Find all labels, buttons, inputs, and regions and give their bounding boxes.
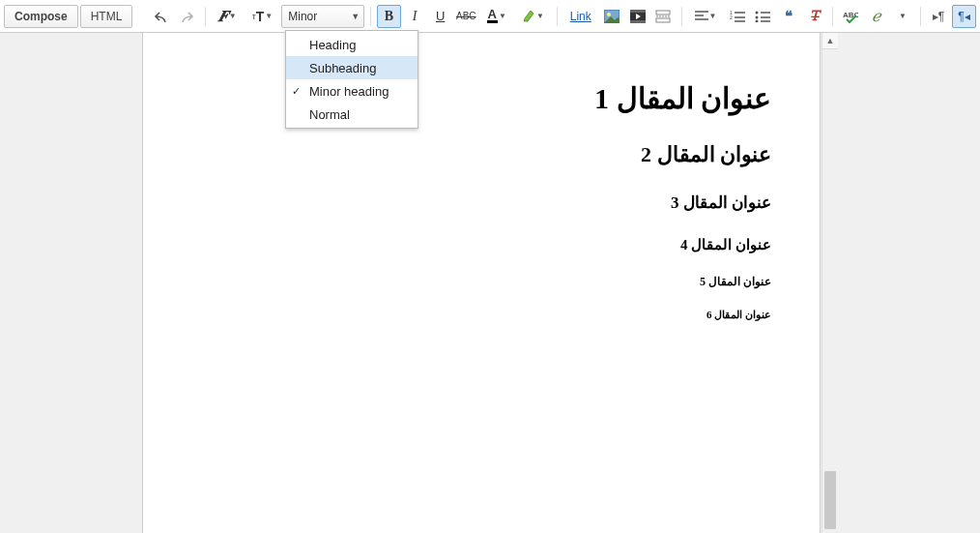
spellcheck-button[interactable]: ABC bbox=[839, 5, 863, 28]
document-line[interactable]: عنوان المقال 6 bbox=[191, 309, 771, 321]
menu-item-label: Heading bbox=[309, 38, 356, 52]
editor-area: عنوان المقال 1عنوان المقال 2عنوان المقال… bbox=[0, 33, 980, 533]
bullet-list-button[interactable] bbox=[751, 5, 775, 28]
menu-item-label: Minor heading bbox=[309, 84, 389, 99]
ltr-button[interactable]: ▸¶ bbox=[927, 5, 951, 28]
svg-text:2: 2 bbox=[730, 15, 733, 20]
remove-format-button[interactable]: T̶ bbox=[802, 5, 826, 28]
svg-point-20 bbox=[756, 15, 759, 18]
chevron-down-icon: ▼ bbox=[899, 12, 907, 20]
html-button[interactable]: HTML bbox=[80, 5, 133, 28]
heading-menu-item[interactable]: Subheading bbox=[286, 56, 418, 79]
separator bbox=[920, 7, 921, 26]
text-color-button[interactable]: A▼ bbox=[480, 5, 513, 28]
highlighter-icon bbox=[522, 10, 535, 23]
highlight-color-button[interactable]: ▼ bbox=[515, 5, 551, 28]
svg-point-21 bbox=[756, 19, 759, 22]
insert-video-button[interactable] bbox=[625, 5, 649, 28]
heading-menu-item[interactable]: Normal bbox=[286, 103, 418, 126]
redo-icon bbox=[180, 11, 194, 22]
svg-rect-6 bbox=[630, 20, 646, 23]
separator bbox=[205, 7, 206, 26]
undo-icon bbox=[154, 11, 168, 22]
insert-jump-button[interactable] bbox=[651, 5, 676, 28]
document-line[interactable]: عنوان المقال 4 bbox=[191, 236, 771, 253]
scroll-track[interactable] bbox=[822, 49, 838, 533]
heading-menu-item[interactable]: Heading bbox=[286, 33, 418, 56]
heading-dropdown-menu: HeadingSubheading✓Minor headingNormal bbox=[285, 30, 418, 129]
jump-break-icon bbox=[655, 10, 671, 23]
strikethrough-button[interactable]: ABC bbox=[454, 5, 478, 28]
ltr-icon: ▸¶ bbox=[933, 10, 944, 23]
rtl-icon: ¶◂ bbox=[958, 10, 969, 23]
quote-icon: ❝ bbox=[785, 8, 793, 25]
document-page[interactable]: عنوان المقال 1عنوان المقال 2عنوان المقال… bbox=[142, 33, 821, 533]
transliteration-icon: ℯ bbox=[872, 7, 880, 25]
menu-item-label: Normal bbox=[309, 107, 350, 122]
svg-point-19 bbox=[756, 11, 759, 14]
undo-button[interactable] bbox=[150, 5, 174, 28]
insert-image-button[interactable] bbox=[600, 5, 624, 28]
font-size-button[interactable]: тT▼ bbox=[245, 5, 280, 28]
menu-item-label: Subheading bbox=[309, 61, 376, 75]
heading-menu-item[interactable]: ✓Minor heading bbox=[286, 79, 418, 103]
rtl-button[interactable]: ¶◂ bbox=[952, 5, 976, 28]
image-icon bbox=[604, 10, 620, 23]
document-line[interactable]: عنوان المقال 3 bbox=[191, 192, 771, 213]
svg-rect-9 bbox=[656, 18, 670, 22]
align-icon bbox=[695, 11, 708, 22]
alignment-button[interactable]: ▼ bbox=[688, 5, 724, 28]
scroll-up-arrow[interactable]: ▲ bbox=[822, 33, 838, 49]
document-line[interactable]: عنوان المقال 1 bbox=[191, 81, 771, 115]
document-line[interactable]: عنوان المقال 2 bbox=[191, 142, 771, 167]
svg-rect-5 bbox=[630, 10, 646, 13]
separator bbox=[557, 7, 558, 26]
check-icon: ✓ bbox=[292, 85, 301, 98]
numbered-list-button[interactable]: 12 bbox=[725, 5, 749, 28]
heading-dropdown-value: Minor bbox=[288, 10, 317, 23]
bullet-list-icon bbox=[755, 11, 770, 22]
transliteration-button[interactable]: ℯ bbox=[864, 5, 888, 28]
italic-button[interactable]: I bbox=[403, 5, 427, 28]
separator bbox=[832, 7, 833, 26]
video-icon bbox=[630, 10, 646, 23]
redo-button[interactable] bbox=[175, 5, 199, 28]
svg-marker-0 bbox=[524, 11, 533, 21]
separator bbox=[370, 7, 371, 26]
svg-text:ABC: ABC bbox=[843, 11, 858, 19]
numbered-list-icon: 12 bbox=[730, 11, 745, 22]
scroll-thumb[interactable] bbox=[824, 471, 836, 529]
document-line[interactable]: عنوان المقال 5 bbox=[191, 275, 771, 289]
chevron-down-icon: ▼ bbox=[351, 12, 360, 21]
font-family-button[interactable]: 𝑭▼ bbox=[212, 5, 244, 28]
bold-button[interactable]: B bbox=[377, 5, 401, 28]
heading-dropdown[interactable]: Minor ▼ bbox=[281, 5, 364, 28]
underline-button[interactable]: U bbox=[428, 5, 452, 28]
separator bbox=[681, 7, 682, 26]
text-color-icon: A bbox=[487, 9, 498, 23]
insert-link-button[interactable]: Link bbox=[563, 5, 598, 28]
vertical-scrollbar[interactable]: ▲ bbox=[821, 33, 838, 533]
spellcheck-icon: ABC bbox=[843, 10, 858, 23]
svg-point-2 bbox=[607, 13, 611, 16]
svg-rect-8 bbox=[656, 11, 670, 15]
quote-button[interactable]: ❝ bbox=[777, 5, 801, 28]
language-dropdown-button[interactable]: ▼ bbox=[890, 5, 914, 28]
editor-toolbar: Compose HTML 𝑭▼ тT▼ Minor ▼ B I U ABC A▼… bbox=[0, 0, 980, 33]
remove-format-icon: T̶ bbox=[810, 8, 819, 24]
compose-button[interactable]: Compose bbox=[4, 5, 78, 28]
